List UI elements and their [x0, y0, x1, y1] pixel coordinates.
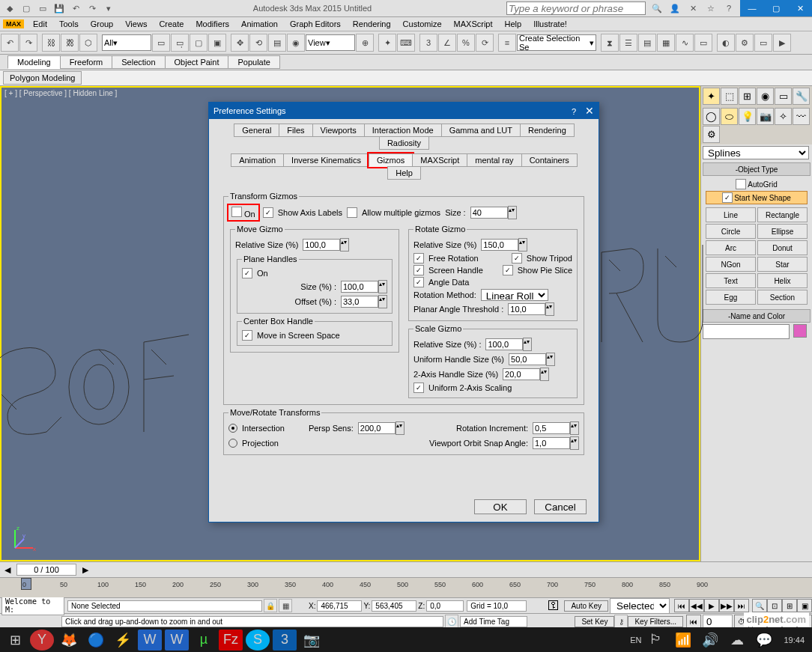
- next-frame-button[interactable]: ▶▶: [719, 599, 734, 612]
- edit-selection-set-button[interactable]: ≡: [498, 34, 516, 52]
- ok-button[interactable]: OK: [474, 499, 527, 514]
- render-setup-button[interactable]: ⚙: [736, 34, 754, 52]
- tab-gizmos[interactable]: Gizmos: [369, 153, 413, 167]
- menu-animation[interactable]: Animation: [235, 19, 284, 29]
- obj-text[interactable]: Text: [706, 273, 756, 288]
- render-frame-button[interactable]: ▭: [754, 34, 772, 52]
- plane-on-checkbox[interactable]: [242, 268, 252, 278]
- selection-filter-drop[interactable]: All ▾: [102, 34, 151, 51]
- 3dsmax-task-icon[interactable]: 3: [273, 630, 297, 651]
- angle-data-checkbox[interactable]: [413, 277, 424, 287]
- close-button[interactable]: ✕: [788, 0, 812, 16]
- rotate-button[interactable]: ⟲: [249, 34, 267, 52]
- open-icon[interactable]: ▭: [34, 1, 51, 16]
- menu-help[interactable]: Help: [499, 19, 528, 29]
- selection-lock-icon[interactable]: ▦: [279, 599, 292, 612]
- scale-rel-size-input[interactable]: [485, 338, 523, 350]
- chrome-icon[interactable]: 🔵: [84, 630, 108, 651]
- word2-icon[interactable]: W: [165, 630, 189, 651]
- obj-donut[interactable]: Donut: [757, 240, 808, 255]
- start-button[interactable]: ⊞: [3, 630, 27, 651]
- prev-frame-button[interactable]: ◀◀: [689, 599, 704, 612]
- redo-icon[interactable]: ↷: [84, 1, 100, 16]
- filezilla-icon[interactable]: Fz: [219, 630, 243, 651]
- obj-rectangle[interactable]: Rectangle: [757, 207, 808, 222]
- redo-button[interactable]: ↷: [19, 34, 37, 52]
- window-crossing-button[interactable]: ▣: [208, 34, 226, 52]
- tab-interaction-mode[interactable]: Interaction Mode: [364, 124, 442, 137]
- material-editor-button[interactable]: ◐: [717, 34, 735, 52]
- angle-snap-button[interactable]: ∠: [438, 34, 456, 52]
- timeline[interactable]: ◀ 0 / 100 ▶: [0, 561, 812, 577]
- undo-button[interactable]: ↶: [1, 34, 19, 52]
- obj-egg[interactable]: Egg: [706, 290, 756, 305]
- obj-ellipse[interactable]: Ellipse: [757, 224, 808, 239]
- key-mode-icon[interactable]: ⚷: [614, 615, 628, 628]
- move-rel-size-input[interactable]: [303, 239, 340, 251]
- link-button[interactable]: ⛓: [42, 34, 60, 52]
- move-screen-space-checkbox[interactable]: [242, 330, 252, 341]
- autokey-button[interactable]: Auto Key: [564, 600, 608, 612]
- ref-coord-drop[interactable]: View ▾: [306, 34, 355, 51]
- add-time-tag[interactable]: Add Time Tag: [460, 616, 527, 627]
- winamp-icon[interactable]: ⚡: [111, 630, 135, 651]
- tab-object-paint[interactable]: Object Paint: [165, 55, 229, 69]
- signin-icon[interactable]: 👤: [667, 1, 683, 16]
- new-icon[interactable]: ▢: [18, 1, 34, 16]
- zoom-button[interactable]: 🔍: [752, 599, 767, 612]
- pivot-button[interactable]: ⊕: [356, 34, 374, 52]
- bind-button[interactable]: ⬡: [79, 34, 97, 52]
- obj-ngon[interactable]: NGon: [706, 257, 756, 272]
- shape-category-drop[interactable]: Splines: [703, 146, 809, 159]
- helpers-icon[interactable]: ✧: [775, 108, 792, 125]
- save-icon[interactable]: 💾: [51, 1, 67, 16]
- transform-size-input[interactable]: [470, 207, 508, 219]
- object-type-header[interactable]: - Object Type: [703, 162, 811, 176]
- cancel-button[interactable]: Cancel: [534, 499, 587, 514]
- tray-onedrive-icon[interactable]: ☁: [725, 630, 749, 651]
- shapes-icon[interactable]: ⬭: [721, 108, 738, 125]
- plane-offset-input[interactable]: [341, 296, 378, 308]
- time-ruler[interactable]: 0501001502002503003504004505005506006507…: [0, 577, 812, 597]
- layer-explorer-button[interactable]: ▦: [657, 34, 675, 52]
- lang-indicator[interactable]: EN: [630, 636, 641, 645]
- tray-network-icon[interactable]: 📶: [671, 630, 695, 651]
- viewport-label[interactable]: [ + ] [ Perspective ] [ Hidden Line ]: [4, 89, 117, 97]
- zoom-region-button[interactable]: ▣: [797, 599, 812, 612]
- name-color-header[interactable]: - Name and Color: [703, 309, 811, 323]
- plane-size-input[interactable]: [341, 281, 378, 293]
- tab-viewports[interactable]: Viewports: [312, 124, 365, 137]
- menu-tools[interactable]: Tools: [53, 19, 85, 29]
- startshape-checkbox[interactable]: [722, 192, 733, 203]
- menu-illustrate[interactable]: Illustrate!: [527, 19, 573, 29]
- select-region-button[interactable]: ▢: [190, 34, 207, 52]
- projection-radio[interactable]: [228, 439, 237, 448]
- setkey-button[interactable]: Set Key: [575, 616, 614, 627]
- tray-sound-icon[interactable]: 🔊: [698, 630, 722, 651]
- spinner-snap-button[interactable]: ⟳: [476, 34, 494, 52]
- favorite-icon[interactable]: ☆: [703, 1, 719, 16]
- menu-customize[interactable]: Customize: [397, 19, 448, 29]
- screen-handle-checkbox[interactable]: [413, 265, 424, 275]
- yandex-icon[interactable]: Y: [30, 630, 54, 651]
- z-coord[interactable]: 0,0: [426, 600, 464, 612]
- dialog-titlebar[interactable]: Preference Settings ?✕: [209, 103, 599, 119]
- transform-on-checkbox[interactable]: [231, 207, 242, 217]
- skype-icon[interactable]: S: [246, 630, 270, 651]
- scale-button[interactable]: ▤: [268, 34, 286, 52]
- menu-maxscript[interactable]: MAXScript: [448, 19, 499, 29]
- modify-panel-icon[interactable]: ⬚: [721, 88, 738, 105]
- word-icon[interactable]: W: [138, 630, 162, 651]
- layers-button[interactable]: ▤: [638, 34, 656, 52]
- key-icon[interactable]: ⚿: [548, 599, 560, 612]
- create-panel-icon[interactable]: ✦: [703, 88, 720, 105]
- intersection-radio[interactable]: [228, 424, 237, 433]
- render-button[interactable]: ▶: [773, 34, 791, 52]
- dialog-close-icon[interactable]: ✕: [585, 105, 594, 117]
- unlink-button[interactable]: ⛓̸: [61, 34, 79, 52]
- cameras-icon[interactable]: 📷: [757, 108, 774, 125]
- display-panel-icon[interactable]: ▭: [775, 88, 792, 105]
- tab-ik[interactable]: Inverse Kinematics: [283, 153, 369, 167]
- uniform-2axis-checkbox[interactable]: [413, 383, 424, 393]
- curve-editor-button[interactable]: ∿: [676, 34, 694, 52]
